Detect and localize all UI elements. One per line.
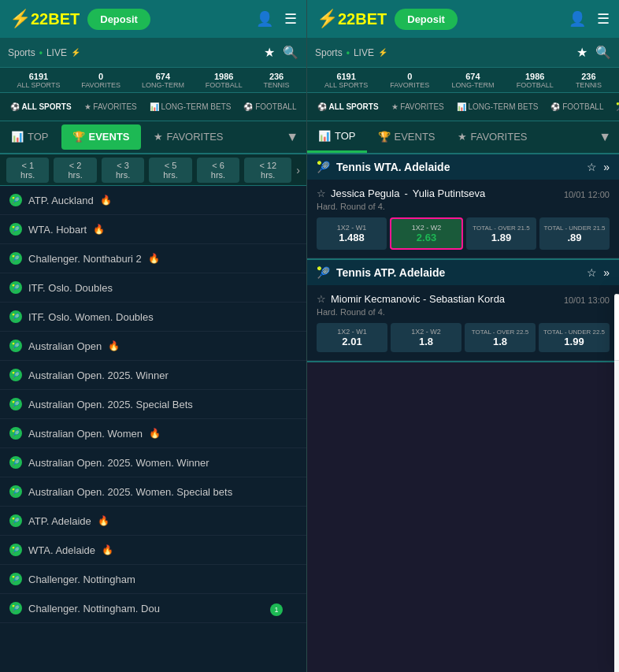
list-item[interactable]: 🎾 Australian Open. 2025. Women. Winner: [0, 448, 306, 477]
live-dot-left: •: [39, 47, 43, 58]
list-item[interactable]: 🎾 Challenger. Nottingham. Dou 1: [0, 594, 306, 623]
time-1hr[interactable]: < 1 hrs.: [6, 158, 49, 183]
nav-tab-favorites-right[interactable]: ★ FAVORITES: [385, 99, 450, 114]
list-item[interactable]: 🎾 WTA. Adelaide 🔥: [0, 536, 306, 565]
nav-tab-tennis-right[interactable]: 🎾 TENNIS: [610, 99, 619, 114]
sport-icon: 🎾: [9, 398, 22, 410]
nav-tab-allsports-right[interactable]: ⚽ ALL SPORTS: [311, 99, 385, 114]
odd-w1-pegula[interactable]: 1X2 - W1 1.488: [317, 217, 387, 250]
match-fav-icon-kecmanovic[interactable]: ☆: [317, 293, 326, 305]
tab-top-right[interactable]: 📊 TOP: [307, 121, 367, 153]
logo-right: ⚡ 22BET: [317, 9, 387, 29]
nav-tab-favorites-left[interactable]: ★ FAVORITES: [78, 99, 143, 114]
search-icon-left[interactable]: 🔍: [283, 45, 298, 60]
stat-tennis-right: 236 TENNIS: [576, 72, 602, 89]
odd-over225-kecmanovic[interactable]: TOTAL - OVER 22.5 1.8: [465, 323, 536, 352]
sports-label-right: Sports: [315, 47, 343, 58]
nav-tab-football-left[interactable]: ⚽ FOOTBALL: [237, 99, 302, 114]
tab-top-left[interactable]: 📊 TOP: [0, 121, 60, 153]
time-3hr[interactable]: < 3 hrs.: [102, 158, 144, 183]
tab-events-right[interactable]: 🏆 EVENTS: [367, 121, 447, 153]
list-item[interactable]: 🎾 Australian Open. 2025. Special Bets: [0, 390, 306, 419]
star-icon-left[interactable]: ★: [264, 45, 275, 60]
odd-under225-kecmanovic[interactable]: TOTAL - UNDER 22.5 1.99: [539, 323, 610, 352]
live-label-left: LIVE: [46, 47, 67, 58]
section-star-atp[interactable]: ☆: [587, 266, 597, 279]
list-item[interactable]: 🎾 ATP. Adelaide 🔥: [0, 507, 306, 536]
action-tabs-right: 📊 TOP 🏆 EVENTS ★ FAVORITES ▼: [307, 121, 619, 154]
hot-icon: 🔥: [100, 195, 112, 206]
sport-icon: 🎾: [9, 456, 22, 469]
left-panel: ⚡ 22BET Deposit 👤 ☰ Sports • LIVE ⚡ ★ 🔍: [0, 0, 307, 672]
sport-icon: 🎾: [9, 310, 22, 323]
list-item[interactable]: 🎾 Australian Open. 2025. Winner: [0, 361, 306, 390]
list-item[interactable]: 🎾 ITF. Oslo. Doubles: [0, 273, 306, 303]
odd-w2-kecmanovic[interactable]: 1X2 - W2 1.8: [391, 323, 461, 352]
wta-section-title: 🎾 Tennis WTA. Adelaide: [317, 161, 450, 173]
list-item[interactable]: 🎾 Australian Open 🔥: [0, 332, 306, 361]
time-6hr[interactable]: < 6 hrs.: [197, 158, 239, 183]
nav-tab-football-right[interactable]: ⚽ FOOTBALL: [544, 99, 610, 114]
list-item[interactable]: 🎾 ATP. Auckland 🔥: [0, 186, 306, 215]
stat-longterm-right: 674 LONG-TERM: [451, 72, 494, 89]
list-item[interactable]: 🎾 Challenger. Nottingham: [0, 565, 306, 594]
sport-icon: 🎾: [9, 544, 22, 556]
live-count-left: ⚡: [71, 48, 80, 57]
sport-icon: 🎾: [9, 281, 22, 294]
matches-container: 🎾 Tennis WTA. Adelaide ☆ » ☆: [307, 154, 619, 672]
tab-favorites-left[interactable]: ★ FAVORITES: [143, 121, 235, 153]
chart-icon-right: 📊: [318, 130, 331, 142]
stat-football-right: 1986 FOOTBALL: [517, 72, 554, 89]
profile-icon-right[interactable]: 👤: [569, 10, 586, 28]
stats-bar-left: 6191 ALL SPORTS 0 FAVORITES 674 LONG-TER…: [0, 68, 306, 93]
filter-button-left[interactable]: ▼: [278, 127, 306, 147]
deposit-button-left[interactable]: Deposit: [87, 9, 150, 30]
odd-under215-pegula[interactable]: TOTAL - UNDER 21.5 .89: [539, 217, 610, 250]
tab-favorites-right[interactable]: ★ FAVORITES: [447, 121, 539, 153]
star-icon-right[interactable]: ★: [576, 45, 587, 60]
list-item[interactable]: 🎾 Australian Open. 2025. Women. Special …: [0, 477, 306, 507]
tab-events-left[interactable]: 🏆 EVENTS: [61, 124, 141, 150]
star-tab-icon-right: ★: [458, 131, 467, 143]
section-star-wta[interactable]: ☆: [587, 161, 597, 173]
atp-adelaide-section: 🎾 Tennis ATP. Adelaide ☆ » ☆: [307, 260, 619, 362]
time-12hr[interactable]: < 12 hrs.: [244, 158, 291, 183]
right-panel-inner: 🎾 Tennis WTA. Adelaide ☆ » ☆: [307, 154, 619, 672]
filter-button-right[interactable]: ▼: [591, 127, 619, 147]
section-more-atp[interactable]: »: [603, 266, 610, 279]
odd-w2-pegula[interactable]: 1X2 - W2 2.63: [390, 217, 463, 250]
wta-section-header: 🎾 Tennis WTA. Adelaide ☆ »: [307, 154, 619, 180]
sport-icon: 🎾: [9, 223, 22, 236]
time-filter-left: < 1 hrs. < 2 hrs. < 3 hrs. < 5 hrs. < 6 …: [0, 154, 306, 186]
nav-tab-longterm-left[interactable]: 📊 LONG-TERM BETS: [143, 99, 238, 114]
time-5hr[interactable]: < 5 hrs.: [149, 158, 191, 183]
nav-tab-longterm-right[interactable]: 📊 LONG-TERM BETS: [450, 99, 545, 114]
section-more-wta[interactable]: »: [603, 161, 610, 173]
time-2hr[interactable]: < 2 hrs.: [54, 158, 96, 183]
nav-tab-allsports-left[interactable]: ⚽ ALL SPORTS: [4, 99, 78, 114]
match-item-kecmanovic: ☆ Miomir Kecmanovic - Sebastian Korda 10…: [307, 285, 619, 361]
list-item[interactable]: 🎾 WTA. Hobart 🔥: [0, 215, 306, 244]
menu-icon-left[interactable]: ☰: [284, 10, 297, 28]
match-fav-icon-pegula[interactable]: ☆: [317, 187, 326, 199]
list-item[interactable]: 🎾 ITF. Oslo. Women. Doubles: [0, 303, 306, 332]
nav-tab-tennis-left[interactable]: 🎾 TENNIS: [302, 99, 306, 114]
hot-icon: 🔥: [149, 428, 161, 439]
list-item[interactable]: 🎾 Australian Open. Women 🔥: [0, 419, 306, 448]
sport-icon: 🎾: [9, 252, 22, 265]
deposit-button-right[interactable]: Deposit: [395, 9, 458, 30]
search-icon-right[interactable]: 🔍: [595, 45, 611, 60]
odds-row-pegula: 1X2 - W1 1.488 1X2 - W2 2.63 TOTAL - OVE…: [317, 217, 610, 250]
profile-icon-left[interactable]: 👤: [256, 10, 273, 28]
hot-icon: 🔥: [102, 544, 113, 555]
time-more[interactable]: ›: [296, 164, 300, 176]
menu-icon-right[interactable]: ☰: [597, 10, 610, 28]
hot-icon: 🔥: [98, 515, 109, 526]
live-dot-right: •: [347, 47, 350, 58]
sport-icon: 🎾: [9, 194, 22, 206]
list-item[interactable]: 🎾 Challenger. Nonthaburi 2 🔥: [0, 244, 306, 273]
sport-icon: 🎾: [9, 340, 22, 352]
sport-icon: 🎾: [9, 573, 22, 585]
odd-w1-kecmanovic[interactable]: 1X2 - W1 2.01: [317, 323, 387, 352]
odd-over215-pegula[interactable]: TOTAL - OVER 21.5 1.89: [466, 217, 536, 250]
